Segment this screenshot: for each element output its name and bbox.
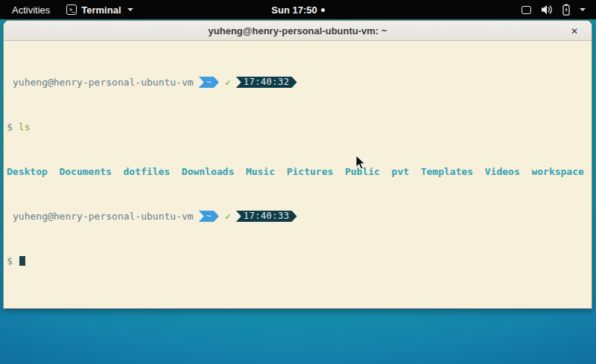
status-check-icon: ✓ xyxy=(225,211,231,222)
terminal-icon: >_ xyxy=(66,4,77,15)
prompt-path-segment: ~ xyxy=(199,211,219,222)
prompt-symbol: $ xyxy=(7,121,13,132)
prompt-time-segment: 17:40:32 xyxy=(236,77,297,88)
chevron-down-icon xyxy=(127,8,133,11)
app-menu[interactable]: >_ Terminal xyxy=(66,4,133,16)
prompt-line: yuheng@henry-personal-ubuntu-vm ~ ✓ 17:4… xyxy=(7,211,589,222)
clock-button[interactable]: Sun 17:50 xyxy=(271,4,317,16)
tray-chevron-down-icon xyxy=(580,8,586,11)
command-line: $ ls xyxy=(7,121,589,132)
terminal-cursor xyxy=(19,256,25,266)
close-button[interactable]: ✕ xyxy=(567,21,582,41)
system-tray[interactable] xyxy=(522,4,596,16)
volume-icon xyxy=(541,4,553,15)
prompt-symbol: $ xyxy=(7,255,13,266)
directory-listing: Desktop Documents dotfiles Downloads Mus… xyxy=(7,166,589,177)
display-icon xyxy=(522,6,531,14)
prompt-line: yuheng@henry-personal-ubuntu-vm ~ ✓ 17:4… xyxy=(7,77,589,88)
app-menu-label: Terminal xyxy=(81,4,121,16)
input-line[interactable]: $ xyxy=(7,255,589,266)
top-bar: Activities >_ Terminal Sun 17:50 xyxy=(0,0,596,19)
prompt-user-host: yuheng@henry-personal-ubuntu-vm xyxy=(7,77,194,88)
terminal-content[interactable]: yuheng@henry-personal-ubuntu-vm ~ ✓ 17:4… xyxy=(4,41,592,309)
command-text: ls xyxy=(19,121,31,132)
status-check-icon: ✓ xyxy=(225,77,231,88)
terminal-window: yuheng@henry-personal-ubuntu-vm: ~ ✕ yuh… xyxy=(3,20,592,309)
prompt-user-host: yuheng@henry-personal-ubuntu-vm xyxy=(7,211,194,222)
window-title: yuheng@henry-personal-ubuntu-vm: ~ xyxy=(209,25,387,36)
prompt-path-segment: ~ xyxy=(199,77,219,88)
activities-button[interactable]: Activities xyxy=(9,4,53,16)
mouse-pointer-icon xyxy=(355,155,366,170)
window-titlebar[interactable]: yuheng@henry-personal-ubuntu-vm: ~ ✕ xyxy=(4,21,592,41)
notification-dot-icon xyxy=(321,8,325,12)
prompt-time-segment: 17:40:33 xyxy=(236,211,297,222)
battery-charging-icon xyxy=(562,4,570,16)
